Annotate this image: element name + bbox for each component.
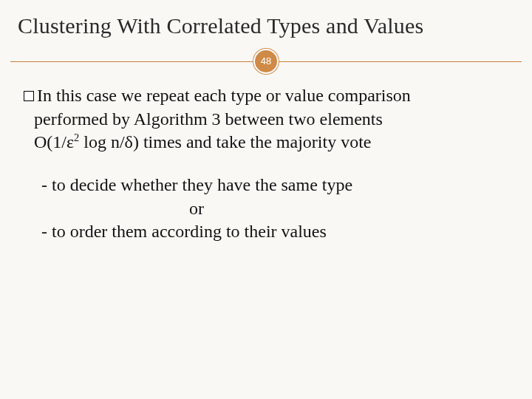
math-prefix: O(1/ε	[34, 132, 74, 151]
dash-item-2: - to order them according to their value…	[41, 220, 508, 244]
bullet-line-3: O(1/ε2 log n/δ) times and take the major…	[24, 132, 372, 151]
dash-item-1: - to decide whether they have the same t…	[41, 174, 508, 197]
dash-list: - to decide whether they have the same t…	[24, 174, 508, 244]
bullet-line-1: In this case we repeat each type or valu…	[37, 86, 411, 105]
slide: Clustering With Correlated Types and Val…	[0, 0, 532, 399]
or-separator: or	[41, 197, 352, 221]
bullet-line-2: performed by Algorithm 3 between two ele…	[24, 109, 383, 129]
math-suffix: log n/δ) times and take the majority vot…	[79, 132, 371, 151]
slide-title: Clustering With Correlated Types and Val…	[0, 0, 532, 47]
slide-body: In this case we repeat each type or valu…	[0, 72, 532, 244]
square-bullet-icon	[24, 91, 34, 101]
page-number-badge: 48	[253, 49, 279, 74]
bullet-item: In this case we repeat each type or valu…	[24, 84, 508, 154]
divider: 48	[0, 50, 532, 72]
